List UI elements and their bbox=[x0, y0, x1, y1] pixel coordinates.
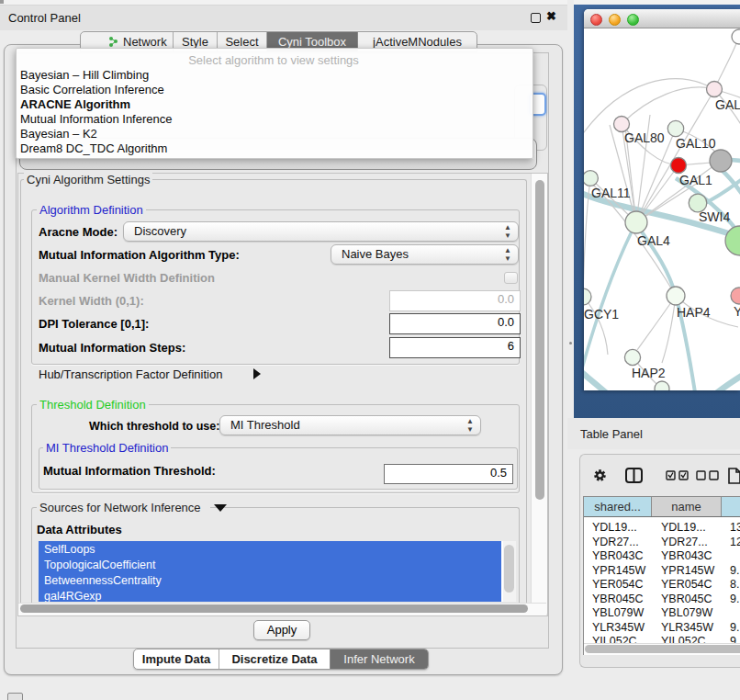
svg-text:GAL80: GAL80 bbox=[624, 130, 665, 145]
svg-text:HAP2: HAP2 bbox=[632, 366, 666, 380]
svg-text:GCY1: GCY1 bbox=[584, 307, 619, 322]
svg-text:GAL10: GAL10 bbox=[676, 136, 716, 151]
svg-text:GAL11: GAL11 bbox=[591, 186, 631, 200]
svg-text:Y: Y bbox=[734, 304, 740, 319]
svg-text:GAL1: GAL1 bbox=[679, 173, 712, 187]
svg-text:GAL2: GAL2 bbox=[715, 97, 740, 112]
svg-text:GAL4: GAL4 bbox=[637, 233, 670, 248]
svg-text:HAP4: HAP4 bbox=[677, 305, 711, 320]
svg-text:SWI4: SWI4 bbox=[699, 209, 730, 224]
